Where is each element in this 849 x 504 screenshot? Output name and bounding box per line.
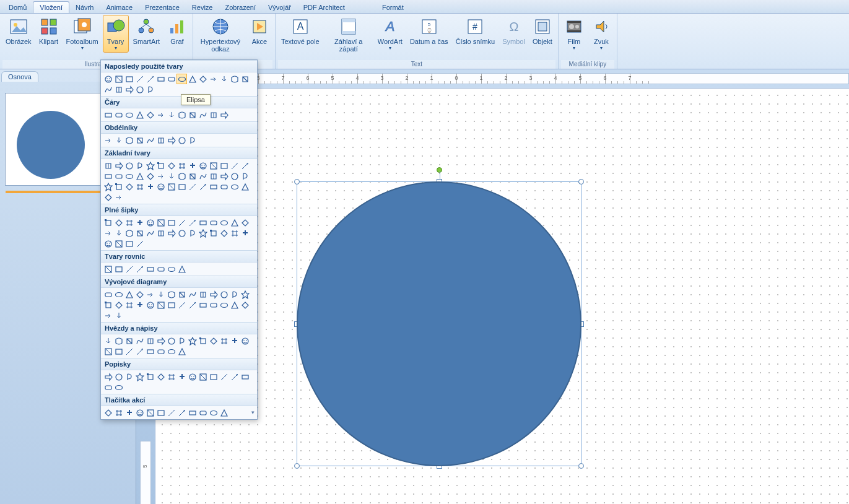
shape-option[interactable] <box>103 336 113 346</box>
shape-option[interactable] <box>113 110 124 120</box>
shape-option[interactable] <box>187 228 198 238</box>
shape-option[interactable] <box>145 171 155 181</box>
shape-option[interactable] <box>113 310 124 321</box>
shape-option[interactable] <box>187 181 198 192</box>
tab-animations[interactable]: Animace <box>100 2 139 13</box>
shape-option[interactable] <box>240 74 250 84</box>
shape-option[interactable] <box>176 110 187 120</box>
shape-option[interactable] <box>124 217 134 228</box>
shape-option[interactable] <box>103 407 113 418</box>
ribbon-btn-textbox[interactable]: ATextové pole <box>278 15 323 47</box>
shape-option[interactable] <box>198 371 208 382</box>
shape-option[interactable] <box>198 336 208 346</box>
shape-option[interactable] <box>208 407 219 418</box>
shape-option[interactable] <box>187 289 198 300</box>
shape-option[interactable] <box>134 84 145 95</box>
shape-option[interactable] <box>103 310 113 321</box>
shape-option[interactable] <box>166 228 176 238</box>
shape-option[interactable] <box>229 74 240 84</box>
shape-option[interactable] <box>187 371 198 382</box>
shape-option[interactable] <box>113 192 124 202</box>
shape-option[interactable] <box>134 228 145 238</box>
shape-option[interactable] <box>166 407 176 418</box>
shape-option[interactable] <box>176 171 187 181</box>
shape-option[interactable] <box>187 217 198 228</box>
shape-option[interactable] <box>113 336 124 346</box>
shape-option[interactable] <box>113 264 124 274</box>
sel-handle-bl[interactable] <box>294 463 300 469</box>
shapes-dropdown-scroll[interactable]: ▾ <box>250 409 256 417</box>
shape-option[interactable] <box>208 171 219 181</box>
shape-option[interactable] <box>166 217 176 228</box>
shape-option[interactable] <box>113 171 124 181</box>
shape-option[interactable] <box>240 300 250 310</box>
ribbon-btn-image[interactable]: Obrázek <box>2 15 35 47</box>
shape-option[interactable] <box>187 336 198 346</box>
shape-option[interactable] <box>124 181 134 192</box>
shape-option[interactable] <box>240 336 250 346</box>
shape-option[interactable] <box>134 135 145 146</box>
shape-option[interactable] <box>145 84 155 95</box>
shape-option[interactable] <box>229 228 240 238</box>
shape-option[interactable] <box>219 181 229 192</box>
ribbon-btn-photoalbum[interactable]: Fotoalbum▾ <box>63 15 102 53</box>
outline-tab[interactable]: Osnova <box>1 71 38 82</box>
shape-option[interactable] <box>134 264 145 274</box>
shape-option[interactable] <box>240 181 250 192</box>
shape-option[interactable] <box>176 181 187 192</box>
shape-option[interactable] <box>219 160 229 171</box>
shape-option[interactable] <box>124 84 134 95</box>
shape-option[interactable] <box>208 336 219 346</box>
shape-option[interactable] <box>103 346 113 357</box>
shape-option[interactable] <box>145 181 155 192</box>
shape-option[interactable] <box>219 289 229 300</box>
shape-option[interactable] <box>124 336 134 346</box>
shape-option[interactable] <box>103 289 113 300</box>
shape-option[interactable] <box>145 371 155 382</box>
ribbon-btn-chart[interactable]: Graf <box>164 15 190 47</box>
shape-option[interactable] <box>219 371 229 382</box>
ellipse-shape[interactable] <box>297 181 581 466</box>
shape-option[interactable] <box>134 336 145 346</box>
ribbon-btn-shapes[interactable]: Tvary▾ <box>103 15 129 53</box>
shape-option[interactable] <box>134 217 145 228</box>
shape-option[interactable] <box>145 407 155 418</box>
shape-option[interactable] <box>134 110 145 120</box>
shape-option[interactable] <box>219 228 229 238</box>
shape-option[interactable] <box>145 336 155 346</box>
shape-option[interactable] <box>113 84 124 95</box>
ribbon-btn-film[interactable]: Film▾ <box>561 15 587 53</box>
shape-option[interactable] <box>155 264 166 274</box>
sel-handle-br[interactable] <box>578 463 584 469</box>
shape-option[interactable] <box>124 289 134 300</box>
shape-option[interactable] <box>124 371 134 382</box>
shape-option[interactable] <box>155 74 166 84</box>
shape-option[interactable] <box>166 74 176 84</box>
shape-option[interactable] <box>176 289 187 300</box>
shape-option[interactable] <box>208 217 219 228</box>
ribbon-btn-object[interactable]: Objekt <box>529 15 555 47</box>
shape-option[interactable] <box>113 238 124 249</box>
shape-option[interactable] <box>113 74 124 84</box>
shape-option[interactable] <box>229 300 240 310</box>
shape-option[interactable] <box>198 110 208 120</box>
shape-option[interactable] <box>113 160 124 171</box>
shape-option[interactable] <box>134 346 145 357</box>
shape-option[interactable] <box>166 264 176 274</box>
shape-option[interactable] <box>103 171 113 181</box>
shape-option[interactable] <box>176 371 187 382</box>
shape-option[interactable] <box>187 407 198 418</box>
shape-option[interactable] <box>124 238 134 249</box>
shape-option[interactable] <box>219 336 229 346</box>
shape-option[interactable] <box>134 407 145 418</box>
shape-option[interactable] <box>124 300 134 310</box>
shape-option[interactable] <box>229 160 240 171</box>
shape-option[interactable] <box>187 160 198 171</box>
shape-option[interactable] <box>113 135 124 146</box>
shape-option[interactable] <box>187 110 198 120</box>
shape-option[interactable] <box>198 407 208 418</box>
shape-option[interactable] <box>124 110 134 120</box>
shape-option[interactable] <box>155 171 166 181</box>
shape-option[interactable] <box>219 110 229 120</box>
shape-option[interactable] <box>155 346 166 357</box>
